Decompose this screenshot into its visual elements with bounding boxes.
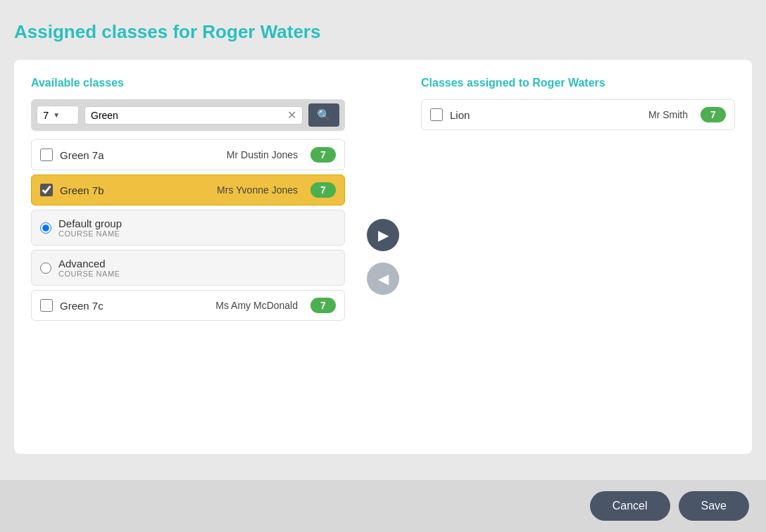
available-class-list: Green 7a Mr Dustin Jones 7 Green 7b Mrs … [31, 139, 345, 321]
class-checkbox-green-7a[interactable] [40, 148, 53, 161]
available-classes-title: Available classes [31, 77, 345, 89]
class-name-group: Advanced COURSE NAME [58, 258, 120, 278]
count-badge: 7 [701, 107, 726, 122]
assigned-classes-panel: Classes assigned to Roger Waters Lion Mr… [421, 77, 735, 437]
list-item: Default group COURSE NAME [31, 210, 345, 246]
available-classes-panel: Available classes 7 ▼ ✕ 🔍 [31, 77, 345, 437]
list-item: Advanced COURSE NAME [31, 250, 345, 286]
class-name: Advanced [58, 258, 120, 270]
list-item: Green 7a Mr Dustin Jones 7 [31, 139, 345, 170]
class-name-group: Default group COURSE NAME [58, 217, 122, 238]
cancel-button[interactable]: Cancel [590, 491, 670, 521]
transfer-back-button[interactable]: ◀ [367, 262, 399, 295]
grade-dropdown[interactable]: 7 ▼ [37, 106, 79, 125]
page-title: Assigned classes for Roger Waters [14, 21, 752, 43]
class-teacher: Ms Amy McDonald [215, 300, 298, 311]
arrow-left-icon: ◀ [378, 270, 389, 287]
clear-search-button[interactable]: ✕ [287, 110, 296, 121]
save-button[interactable]: Save [679, 491, 749, 521]
class-name: Green 7a [60, 149, 220, 161]
count-badge: 7 [310, 182, 336, 198]
class-name: Green 7c [60, 300, 208, 312]
class-name: Lion [450, 109, 641, 121]
transfer-controls: ▶ ◀ [362, 77, 404, 437]
list-item: Green 7c Ms Amy McDonald 7 [31, 290, 345, 321]
list-item: Lion Mr Smith 7 [421, 99, 735, 130]
class-checkbox-lion[interactable] [430, 108, 443, 121]
class-name: Default group [58, 217, 122, 229]
course-name-label: COURSE NAME [58, 270, 120, 278]
count-badge: 7 [310, 147, 336, 163]
class-teacher: Mrs Yvonne Jones [217, 184, 298, 196]
class-checkbox-green-7c[interactable] [40, 299, 53, 312]
class-teacher: Mr Smith [648, 109, 688, 120]
list-item: Green 7b Mrs Yvonne Jones 7 [31, 175, 345, 205]
course-name-label: COURSE NAME [58, 229, 122, 238]
search-bar: 7 ▼ ✕ 🔍 [31, 99, 345, 131]
radio-advanced[interactable] [40, 262, 51, 274]
assigned-classes-title: Classes assigned to Roger Waters [421, 77, 735, 89]
search-button[interactable]: 🔍 [308, 103, 339, 127]
count-badge: 7 [310, 298, 336, 313]
class-teacher: Mr Dustin Jones [227, 149, 298, 160]
search-icon: 🔍 [317, 109, 331, 121]
assigned-class-list: Lion Mr Smith 7 [421, 99, 735, 130]
search-input-wrap: ✕ [84, 106, 303, 125]
grade-value: 7 [43, 109, 49, 121]
radio-default-group[interactable] [40, 222, 51, 234]
class-checkbox-green-7b[interactable] [40, 184, 53, 196]
chevron-down-icon: ▼ [53, 111, 60, 119]
class-name: Green 7b [60, 184, 210, 196]
footer-bar: Cancel Save [0, 480, 766, 532]
search-input[interactable] [91, 110, 284, 121]
arrow-right-icon: ▶ [378, 227, 389, 243]
transfer-forward-button[interactable]: ▶ [367, 219, 399, 251]
